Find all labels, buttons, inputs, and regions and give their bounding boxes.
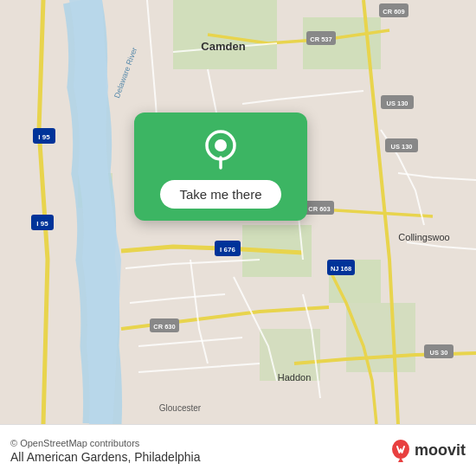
svg-text:CR 603: CR 603 xyxy=(308,205,330,213)
moovit-logo: moovit xyxy=(389,440,466,462)
take-me-there-button[interactable]: Take me there xyxy=(160,180,280,209)
moovit-brand-icon xyxy=(389,440,412,462)
svg-text:Gloucester: Gloucester xyxy=(159,403,202,413)
svg-text:Collingswoo: Collingswoo xyxy=(398,232,449,242)
svg-text:NJ 168: NJ 168 xyxy=(331,265,351,273)
location-name: All American Gardens, Philadelphia xyxy=(10,450,200,464)
bottom-info: © OpenStreetMap contributors All America… xyxy=(10,438,200,464)
svg-text:US 30: US 30 xyxy=(430,349,448,357)
svg-text:I 676: I 676 xyxy=(220,246,235,254)
copyright-text: © OpenStreetMap contributors xyxy=(10,438,200,448)
svg-text:I 95: I 95 xyxy=(36,220,48,228)
svg-rect-1 xyxy=(173,0,277,69)
svg-text:CR 630: CR 630 xyxy=(153,323,175,331)
svg-text:Camden: Camden xyxy=(201,40,245,53)
svg-point-36 xyxy=(215,139,227,151)
svg-text:CR 609: CR 609 xyxy=(383,8,404,16)
svg-text:US 130: US 130 xyxy=(386,100,408,107)
location-card: Take me there xyxy=(134,113,307,221)
location-pin-icon xyxy=(199,128,242,171)
svg-text:Haddon: Haddon xyxy=(278,372,312,383)
moovit-brand-name: moovit xyxy=(415,441,466,460)
svg-text:CR 537: CR 537 xyxy=(310,35,331,43)
bottom-bar: © OpenStreetMap contributors All America… xyxy=(0,424,476,476)
svg-text:US 130: US 130 xyxy=(390,143,412,151)
svg-text:I 95: I 95 xyxy=(38,133,50,141)
svg-rect-6 xyxy=(346,303,415,372)
map-container[interactable]: I 95 I 95 I 676 NJ 168 CR 537 CR 609 US … xyxy=(0,0,476,424)
